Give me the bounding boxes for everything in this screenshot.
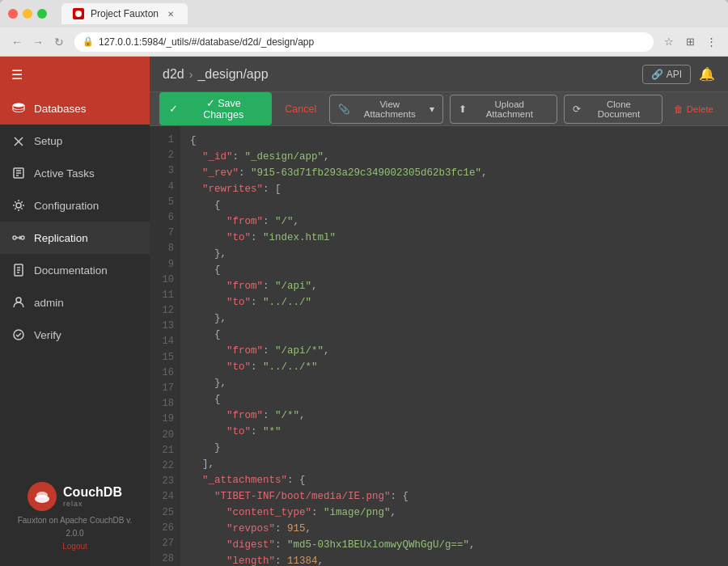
- breadcrumb-home[interactable]: d2d: [163, 67, 184, 82]
- line-number: 22: [150, 458, 180, 474]
- line-number: 2: [150, 148, 180, 163]
- clone-document-button[interactable]: ⟳ Clone Document: [564, 95, 662, 124]
- sidebar-item-setup[interactable]: Setup: [0, 125, 150, 157]
- svg-point-6: [16, 203, 21, 208]
- footer-info-text: Fauxton on Apache CouchDB v. 2.0.0: [18, 516, 133, 538]
- active-tasks-icon: [11, 166, 26, 180]
- code-line: "from": "/*",: [190, 408, 718, 424]
- view-attachments-button[interactable]: 📎 View Attachments ▾: [329, 95, 443, 124]
- tab-close-button[interactable]: ✕: [165, 8, 176, 19]
- notification-bell-icon[interactable]: 🔔: [699, 66, 715, 82]
- sidebar: ☰ Databases: [0, 57, 150, 566]
- close-button[interactable]: [8, 9, 18, 19]
- sidebar-item-admin[interactable]: admin: [0, 286, 150, 319]
- line-number: 17: [150, 381, 180, 396]
- tab-area: Project Fauxton ✕: [61, 3, 720, 24]
- code-line: {: [190, 327, 718, 343]
- delete-button[interactable]: 🗑 Delete: [669, 100, 718, 118]
- extensions-icon[interactable]: ⊞: [681, 33, 699, 51]
- sidebar-item-documentation[interactable]: Documentation: [0, 254, 150, 286]
- browser-tab[interactable]: Project Fauxton ✕: [61, 3, 188, 24]
- code-line: },: [190, 310, 718, 327]
- api-button[interactable]: 🔗 API: [642, 65, 691, 84]
- code-editor[interactable]: 1234567891011121314151617181920212223242…: [150, 126, 728, 566]
- address-text: 127.0.0.1:5984/_utils/#/database/d2d/_de…: [99, 36, 314, 48]
- line-number: 19: [150, 412, 180, 427]
- line-number: 14: [150, 334, 180, 349]
- sidebar-item-replication[interactable]: Replication: [0, 222, 150, 254]
- dropdown-icon: ▾: [430, 103, 434, 115]
- couch-relax: relax: [63, 500, 122, 508]
- line-number: 4: [150, 180, 180, 195]
- code-line: },: [190, 246, 718, 262]
- bookmark-icon[interactable]: ☆: [660, 33, 678, 51]
- refresh-button[interactable]: ↻: [50, 33, 68, 51]
- svg-point-14: [16, 298, 21, 302]
- upload-icon: ⬆: [459, 103, 467, 115]
- breadcrumb: d2d › _design/app: [163, 67, 269, 82]
- sidebar-nav: Databases Setup: [0, 92, 150, 469]
- line-number: 16: [150, 365, 180, 381]
- browser-window: Project Fauxton ✕ ← → ↻ 🔒 127.0.0.1:5984…: [0, 0, 728, 566]
- forward-button[interactable]: →: [29, 33, 47, 51]
- sidebar-item-active-tasks[interactable]: Active Tasks: [0, 157, 150, 189]
- breadcrumb-bar: d2d › _design/app 🔗 API 🔔: [150, 57, 728, 92]
- code-line: "to": "../../": [190, 294, 718, 310]
- line-number: 25: [150, 505, 180, 521]
- code-line: "_id": "_design/app",: [190, 149, 718, 165]
- sidebar-item-label: Documentation: [34, 264, 108, 277]
- save-icon: ✓: [169, 103, 178, 115]
- code-line: "_rev": "915-63d71fb293a29c349002305d62b…: [190, 165, 718, 181]
- couch-logo-icon: [28, 482, 57, 511]
- admin-icon: [11, 295, 26, 310]
- footer-info: Fauxton on Apache CouchDB v. 2.0.0 Logou…: [11, 514, 138, 553]
- line-number: 26: [150, 521, 180, 536]
- line-number: 24: [150, 489, 180, 505]
- sidebar-item-verify[interactable]: Verify: [0, 319, 150, 351]
- line-number: 10: [150, 272, 180, 288]
- hamburger-icon[interactable]: ☰: [11, 67, 23, 82]
- tab-title: Project Fauxton: [91, 8, 159, 19]
- title-bar: Project Fauxton ✕: [0, 0, 728, 27]
- line-number: 13: [150, 319, 180, 334]
- minimize-button[interactable]: [23, 9, 32, 19]
- maximize-button[interactable]: [37, 9, 47, 19]
- verify-icon: [11, 327, 26, 342]
- logout-link[interactable]: Logout: [62, 542, 87, 551]
- code-line: "TIBET-INF/boot/media/IE.png": {: [190, 488, 718, 505]
- sidebar-item-databases[interactable]: Databases: [0, 92, 150, 125]
- line-number: 3: [150, 163, 180, 179]
- line-number: 28: [150, 551, 180, 566]
- documentation-icon: [11, 263, 26, 277]
- code-content[interactable]: { "_id": "_design/app", "_rev": "915-63d…: [180, 126, 728, 566]
- settings-icon[interactable]: ⋮: [702, 33, 720, 51]
- sidebar-item-label: Databases: [34, 103, 87, 115]
- code-line: "digest": "md5-03hx1BEUxlomwyQWhGgU/g=="…: [190, 537, 718, 553]
- sidebar-item-label: Configuration: [34, 200, 99, 212]
- code-line: "to": "*": [190, 424, 718, 440]
- main-content: d2d › _design/app 🔗 API 🔔 ✓ ✓ Save Chang…: [150, 57, 728, 566]
- address-bar[interactable]: 🔒 127.0.0.1:5984/_utils/#/database/d2d/_…: [74, 32, 654, 52]
- sidebar-item-label: Verify: [34, 329, 61, 341]
- svg-point-0: [75, 11, 82, 17]
- databases-icon: [11, 101, 26, 116]
- toolbar-right: 📎 View Attachments ▾ ⬆ Upload Attachment…: [329, 95, 718, 124]
- save-changes-button[interactable]: ✓ ✓ Save Changes: [159, 92, 272, 125]
- sidebar-item-configuration[interactable]: Configuration: [0, 189, 150, 222]
- line-number: 1: [150, 133, 180, 148]
- svg-point-1: [13, 103, 24, 108]
- svg-point-17: [36, 492, 48, 498]
- code-line: "from": "/api",: [190, 278, 718, 294]
- sidebar-item-label: Active Tasks: [34, 167, 95, 180]
- breadcrumb-current: _design/app: [197, 67, 268, 82]
- code-line: {: [190, 133, 718, 149]
- sidebar-item-label: Setup: [34, 135, 62, 147]
- code-line: ],: [190, 456, 718, 472]
- back-button[interactable]: ←: [8, 33, 26, 51]
- upload-attachment-button[interactable]: ⬆ Upload Attachment: [450, 95, 557, 124]
- setup-icon: [11, 133, 26, 148]
- code-line: {: [190, 197, 718, 213]
- cancel-button[interactable]: Cancel: [278, 99, 323, 120]
- code-line: "revpos": 915,: [190, 521, 718, 537]
- traffic-lights: [8, 9, 47, 19]
